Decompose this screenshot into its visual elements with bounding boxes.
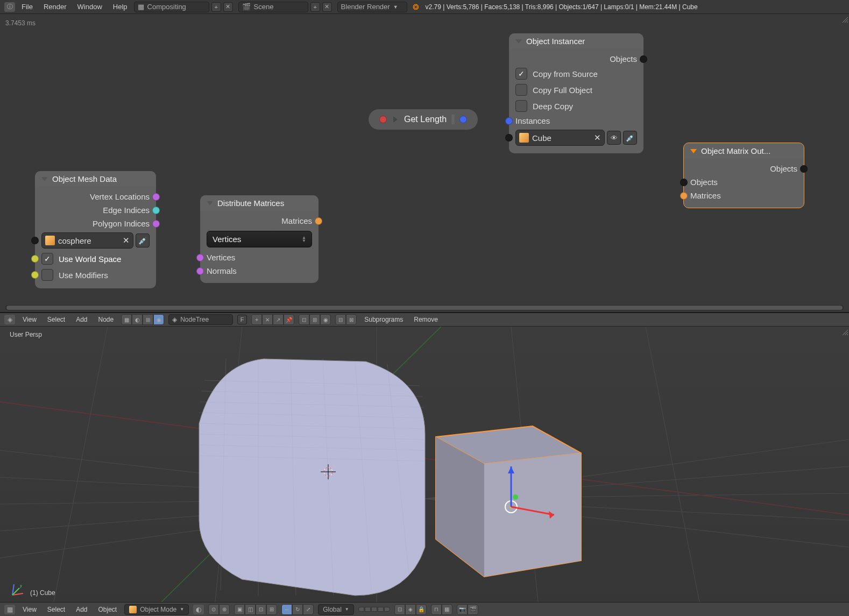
collapse-icon[interactable] <box>207 201 213 206</box>
menu-file[interactable]: File <box>17 1 37 12</box>
nodetree-type-1[interactable]: ▦ <box>121 314 132 325</box>
checkbox-deep-copy[interactable] <box>515 100 527 112</box>
opt-use-modifiers[interactable]: Use Modifiers <box>41 267 150 283</box>
socket-in-object[interactable] <box>505 134 513 141</box>
socket-out-polygon-indices[interactable] <box>152 220 160 228</box>
obj-name[interactable]: cosphere <box>58 236 119 245</box>
orientation-dropdown[interactable]: Global ▼ <box>318 604 354 615</box>
scene-dropdown[interactable]: 🎬 Scene <box>238 2 308 12</box>
node-object-mesh-data[interactable]: Object Mesh Data Vertex Locations Edge I… <box>35 171 156 288</box>
socket-in-object[interactable] <box>31 237 39 244</box>
opt-copy-source[interactable]: Copy from Source <box>515 66 637 82</box>
grip-icon[interactable] <box>452 115 454 124</box>
menu-add[interactable]: Add <box>73 315 90 324</box>
socket-out-length[interactable] <box>459 116 467 123</box>
manip-scale[interactable]: ⤢ <box>303 604 314 615</box>
lb-1[interactable]: ▣ <box>234 604 245 615</box>
nodetree-dropdown[interactable]: ◈ NodeTree <box>168 314 233 325</box>
layout-del-btn[interactable]: ✕ <box>223 2 233 12</box>
checkbox-copy-source[interactable] <box>515 68 527 80</box>
socket-out-edge-indices[interactable] <box>152 207 160 214</box>
socket-out-objects[interactable] <box>800 165 808 173</box>
clear-icon[interactable]: ✕ <box>594 133 601 143</box>
node-header[interactable]: Distribute Matrices <box>200 195 319 211</box>
shading-btn[interactable]: ◐ <box>193 605 204 614</box>
node-object-matrix-output[interactable]: Object Matrix Out... Objects Objects Mat… <box>683 143 804 208</box>
mb-3[interactable]: 🔒 <box>416 604 427 615</box>
menu-select[interactable]: Select <box>44 605 68 614</box>
nodetree-type-3[interactable]: ⊞ <box>143 314 153 325</box>
nt-btn-2[interactable]: ✕ <box>262 314 273 325</box>
node-header[interactable]: Object Matrix Out... <box>684 143 804 159</box>
sb-1[interactable]: ⊓ <box>431 604 442 615</box>
socket-out-matrices[interactable] <box>315 217 322 225</box>
socket-in-vertices[interactable] <box>196 254 204 261</box>
editor-type-icon[interactable]: ◈ <box>4 315 15 324</box>
sb-2[interactable]: ▦ <box>442 604 452 615</box>
eyedropper-icon[interactable]: 💉 <box>623 131 637 145</box>
eb-4[interactable]: ⊟ <box>335 314 346 325</box>
mode-dropdown[interactable]: Vertices ▲▼ <box>207 231 312 247</box>
mb-2[interactable]: ◈ <box>405 604 416 615</box>
node-header[interactable]: Object Instancer <box>509 33 643 49</box>
info-icon[interactable]: ⓘ <box>4 2 15 12</box>
opt-deep-copy[interactable]: Deep Copy <box>515 98 637 114</box>
menu-help[interactable]: Help <box>109 1 132 12</box>
viewport-3d[interactable]: User Persp <box>0 327 849 602</box>
checkbox-world-space[interactable] <box>41 253 53 265</box>
opt-copy-full[interactable]: Copy Full Object <box>515 82 637 98</box>
checkbox-use-modifiers[interactable] <box>41 269 53 281</box>
pivot-1[interactable]: ⊙ <box>208 604 219 615</box>
socket-in-objects[interactable] <box>680 179 688 186</box>
manip-move[interactable]: ↔ <box>281 604 292 615</box>
menu-window[interactable]: Window <box>73 1 107 12</box>
socket-in-normals[interactable] <box>196 267 204 275</box>
remove-menu[interactable]: Remove <box>411 315 441 324</box>
subprograms-menu[interactable]: Subprograms <box>361 315 406 324</box>
socket-in-instances[interactable] <box>505 117 513 125</box>
nt-btn-4[interactable]: 📌 <box>284 314 294 325</box>
socket-out-vertex-locations[interactable] <box>152 193 160 201</box>
socket-in-ws[interactable] <box>31 255 39 263</box>
eyedropper-icon[interactable]: 💉 <box>136 233 150 247</box>
menu-select[interactable]: Select <box>44 315 68 324</box>
manip-rot[interactable]: ↻ <box>292 604 303 615</box>
node-get-length[interactable]: Get Length <box>369 109 478 130</box>
menu-node[interactable]: Node <box>95 315 117 324</box>
rb-1[interactable]: 📷 <box>457 604 468 615</box>
f-button[interactable]: F <box>237 315 247 324</box>
eb-2[interactable]: ⊞ <box>309 314 320 325</box>
node-object-instancer[interactable]: Object Instancer Objects Copy from Sourc… <box>509 33 643 153</box>
eb-1[interactable]: ⊡ <box>299 314 309 325</box>
socket-in-matrices[interactable] <box>680 192 688 200</box>
mb-1[interactable]: ⊡ <box>394 604 405 615</box>
socket-in-length[interactable] <box>379 116 387 123</box>
opt-world-space[interactable]: Use World Space <box>41 251 150 267</box>
menu-object[interactable]: Object <box>95 605 121 614</box>
mode-dropdown[interactable]: Object Mode ▼ <box>124 604 189 615</box>
menu-add[interactable]: Add <box>73 605 90 614</box>
pivot-2[interactable]: ⊕ <box>219 604 230 615</box>
node-editor[interactable]: 3.7453 ms Object Mesh Data Vertex Locati… <box>0 14 849 313</box>
editor-type-icon[interactable]: ▦ <box>4 605 15 614</box>
eb-5[interactable]: ⊠ <box>346 314 357 325</box>
nodetree-type-4[interactable]: ◉ <box>153 314 164 325</box>
collapse-icon[interactable] <box>393 116 398 123</box>
layout-dropdown[interactable]: ▦ Compositing <box>134 2 209 12</box>
collapse-icon[interactable] <box>690 149 697 153</box>
nt-btn-1[interactable]: + <box>251 314 262 325</box>
nodetree-type-2[interactable]: ◐ <box>132 314 143 325</box>
node-header[interactable]: Object Mesh Data <box>35 171 156 187</box>
lb-3[interactable]: ⊡ <box>256 604 266 615</box>
node-distribute-matrices[interactable]: Distribute Matrices Matrices Vertices ▲▼… <box>200 195 319 283</box>
clear-icon[interactable]: ✕ <box>123 236 130 245</box>
layout-add-btn[interactable]: + <box>211 2 221 12</box>
rb-2[interactable]: 🎬 <box>468 604 478 615</box>
obj-name[interactable]: Cube <box>532 133 591 143</box>
lb-4[interactable]: ⊞ <box>266 604 277 615</box>
collapse-icon[interactable] <box>515 39 522 44</box>
collapse-icon[interactable] <box>41 177 48 181</box>
h-scrollbar[interactable] <box>5 305 844 310</box>
eye-icon[interactable]: 👁 <box>607 131 621 145</box>
split-handle-tr[interactable] <box>840 15 848 23</box>
